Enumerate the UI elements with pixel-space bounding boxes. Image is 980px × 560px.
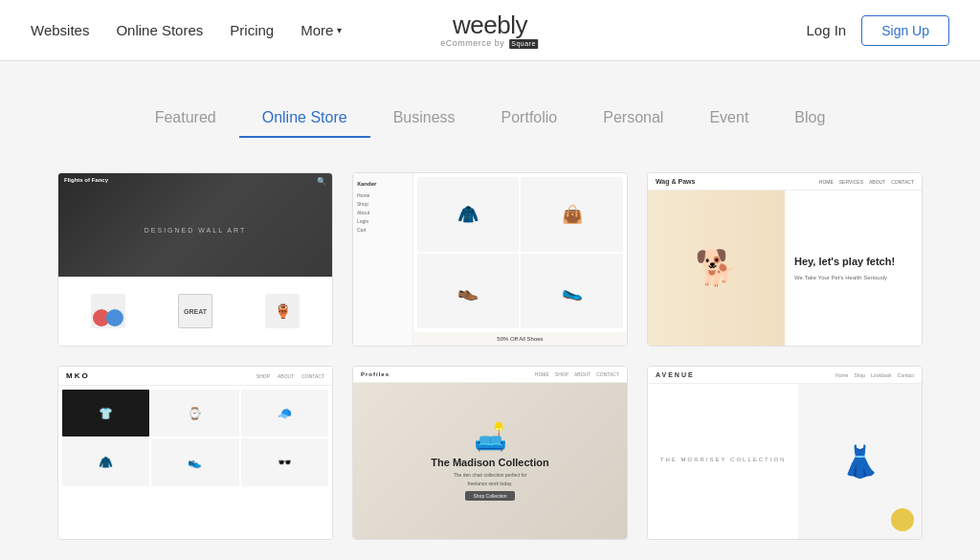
nav-left: Websites Online Stores Pricing More ▾	[31, 22, 342, 38]
card5-sub2: freelance work today.	[467, 481, 512, 486]
card4-watch: ⌚	[151, 390, 238, 437]
logo-text: weebly	[440, 11, 540, 39]
card3-headline: Hey, let's play fetch!	[794, 255, 912, 268]
logo-sub: eCommerce by Square	[440, 39, 540, 49]
card3-nav: HOME SERVICES ABOUT CONTACT	[819, 179, 914, 185]
tab-personal[interactable]: Personal	[580, 100, 686, 138]
card5-headline: The Madison Collection	[431, 457, 548, 469]
category-tabs: Featured Online Store Business Portfolio…	[57, 100, 923, 138]
theme-card-flights-of-fancy[interactable]: Flights of Fancy 🔍 DESIGNED WALL ART GRE…	[57, 172, 333, 347]
product-1	[87, 290, 129, 332]
card4-shoes: 👟	[151, 438, 238, 485]
card6-collection: THE MORRISEY COLLECTION	[660, 457, 787, 462]
card2-menu-3: About	[357, 210, 409, 215]
card3-brand: Wag & Paws	[656, 178, 695, 185]
product-2: GREAT	[174, 290, 216, 332]
theme-card-wag-paws[interactable]: Wag & Paws HOME SERVICES ABOUT CONTACT 🐕…	[647, 172, 923, 347]
card2-product-jacket: 🧥	[417, 177, 520, 252]
card6-model-image: 👗	[798, 384, 922, 539]
card2-menu-4: Login	[357, 218, 409, 224]
tab-business[interactable]: Business	[370, 100, 479, 138]
card2-menu-2: Shop	[357, 201, 409, 207]
card6-circle-decoration	[891, 508, 914, 531]
main-content: Featured Online Store Business Portfolio…	[0, 61, 980, 560]
square-logo: Square	[509, 39, 538, 49]
card6-brand: AVENUE	[656, 371, 695, 378]
card5-cta: Shop Collection	[465, 491, 514, 501]
card4-hat: 🧢	[241, 390, 328, 437]
tab-featured[interactable]: Featured	[132, 100, 239, 138]
theme-grid: Flights of Fancy 🔍 DESIGNED WALL ART GRE…	[57, 172, 923, 540]
tab-event[interactable]: Event	[686, 100, 771, 138]
login-link[interactable]: Log In	[806, 22, 846, 38]
theme-card-profiles[interactable]: Profiles HOME SHOP ABOUT CONTACT 🛋️ The …	[352, 366, 628, 540]
card2-menu-5: Cart	[357, 227, 409, 233]
card5-brand: Profiles	[361, 371, 390, 377]
search-icon: 🔍	[317, 177, 326, 186]
logo[interactable]: weebly eCommerce by Square	[440, 11, 540, 48]
product-3: 🏺	[261, 290, 303, 332]
card4-tshirt: 👕	[62, 390, 149, 437]
card4-brand: MKO	[66, 371, 90, 380]
tab-online-store[interactable]: Online Store	[239, 100, 370, 138]
card4-glasses: 🕶️	[241, 438, 328, 485]
card5-sub: The den chair collection perfect for	[454, 472, 527, 478]
card2-product-shoes: 👞	[417, 254, 520, 328]
card4-jacket: 🧥	[62, 438, 149, 485]
card2-product-boots: 🥿	[521, 254, 623, 328]
card3-sub: We Take Your Pet's Health Seriously	[794, 274, 912, 281]
nav-websites[interactable]: Websites	[31, 22, 89, 38]
card5-couch-icon: 🛋️	[474, 421, 507, 453]
nav-pricing[interactable]: Pricing	[230, 22, 274, 38]
signup-button[interactable]: Sign Up	[861, 15, 949, 46]
theme-card-avenue[interactable]: AVENUE Home Shop Lookbook Contact THE MO…	[647, 366, 923, 540]
card2-menu-1: Home	[357, 192, 409, 198]
card1-brand: Flights of Fancy	[64, 177, 108, 186]
card1-subtitle: DESIGNED WALL ART	[145, 227, 246, 234]
header: Websites Online Stores Pricing More ▾ we…	[0, 0, 980, 61]
nav-more[interactable]: More ▾	[301, 22, 342, 38]
card2-brand: Xander	[357, 181, 409, 187]
tab-portfolio[interactable]: Portfolio	[479, 100, 581, 138]
theme-card-xander[interactable]: Xander Home Shop About Login Cart 🧥 👜 👞 …	[352, 172, 628, 347]
tab-blog[interactable]: Blog	[771, 100, 848, 138]
theme-card-mko[interactable]: MKO SHOP ABOUT CONTACT 👕 ⌚ 🧢 🧥 👟 �	[57, 366, 333, 540]
nav-online-stores[interactable]: Online Stores	[116, 22, 203, 38]
chevron-down-icon: ▾	[337, 25, 342, 35]
card2-product-bag: 👜	[521, 177, 623, 252]
card2-banner: 50% Off All Shoes	[413, 332, 627, 346]
card3-pet-image: 🐕	[648, 190, 785, 346]
nav-right: Log In Sign Up	[806, 15, 949, 46]
